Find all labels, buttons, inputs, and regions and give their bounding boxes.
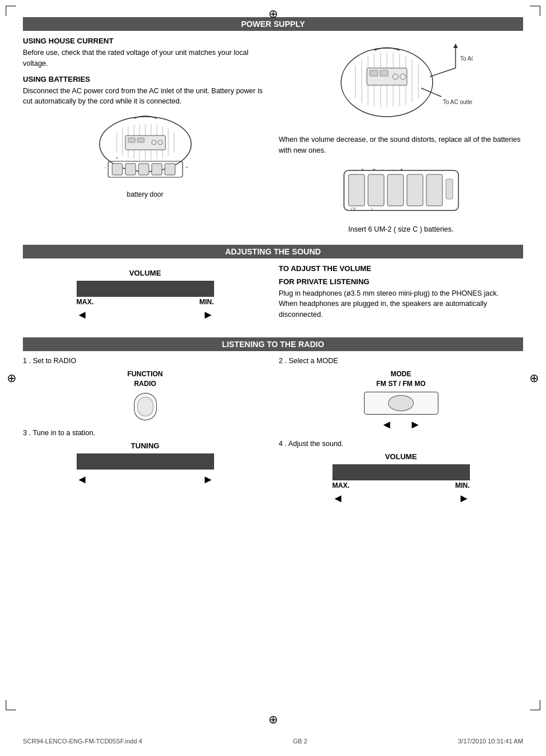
t-seg-14 [166,454,173,469]
function-button-inner [137,397,153,416]
svg-rect-6 [165,164,175,175]
svg-text:+: + [373,167,375,173]
mode-label-line2: FM ST / FM MO [377,380,426,388]
v2-seg-7 [374,465,381,480]
t-seg-6 [111,454,118,469]
svg-text:To AC socket: To AC socket [460,55,473,62]
crosshair-bottom: ⊕ [268,713,278,726]
v2-seg-17 [442,465,449,480]
insert-batteries-text: Insert 6 UM-2 ( size C ) batteries. [279,225,523,233]
mode-slider-box[interactable] [364,392,438,415]
vol2-arrow-right: ► [458,492,470,505]
mode-button-container: MODE FM ST / FM MO ◄ ► [279,369,523,432]
private-listening-title: FOR PRIVATE LISTENING [279,277,523,286]
vol-seg-17 [187,281,193,296]
vol-seg-3 [90,281,97,296]
v2-seg-12 [408,465,415,480]
t-seg-11 [145,454,152,469]
v2-seg-18 [449,465,456,480]
power-supply-title: POWER SUPPLY [241,19,305,29]
step-3-text: 3 . Tune in to a station. [23,429,267,437]
v2-seg-9 [387,465,394,480]
t-seg-2 [84,454,90,469]
v2-seg-3 [346,465,353,480]
power-supply-right: To AC socket To AC outlet When the volum… [279,37,523,233]
t-seg-5 [104,454,111,469]
vol-seg-13 [159,281,166,296]
t-seg-10 [139,454,145,469]
svg-text:+: + [361,167,364,173]
v2-seg-13 [415,465,422,480]
ac-device-container: To AC socket To AC outlet [279,37,523,130]
step-3-container: 3 . Tune in to a station. TUNING [23,429,267,486]
crosshair-right: ⊕ [529,371,539,385]
svg-rect-51 [368,174,384,206]
vol2-min-label: MIN. [455,482,469,490]
svg-line-30 [421,88,441,97]
tuning-label: TUNING [23,441,267,450]
vol2-max-label: MAX. [333,482,350,490]
adjusting-sound-section: ADJUSTING THE SOUND VOLUME [23,245,523,326]
radio-right-col: 2 . Select a MODE MODE FM ST / FM MO ◄ [279,357,523,510]
radio-left-col: 1 . Set to RADIO FUNCTION RADIO [23,357,267,510]
svg-rect-50 [349,174,365,206]
svg-text:+: + [116,156,118,161]
v2-seg-14 [422,465,429,480]
vol2-slider-container: VOLUME [279,452,523,505]
min-label: MIN. [199,298,213,306]
v2-seg-1 [333,465,340,480]
t-seg-18 [193,454,200,469]
svg-text:+: + [185,165,188,170]
adjust-volume-col: TO ADJUST THE VOLUME FOR PRIVATE LISTENI… [279,264,523,326]
listening-radio-header: LISTENING TO THE RADIO [23,337,523,351]
svg-rect-4 [139,164,149,175]
vol-seg-9 [132,281,139,296]
ac-device-wrapper: To AC socket To AC outlet [330,37,473,130]
power-supply-content: USING HOUSE CURRENT Before use, check th… [23,37,523,233]
vol2-arrow-left: ◄ [333,492,344,505]
adjusting-sound-content: VOLUME [23,264,523,326]
vol-seg-15 [173,281,180,296]
tuning-slider-container: TUNING [23,441,267,486]
mode-arrow-left: ◄ [381,418,393,431]
mode-label-line1: MODE [391,370,412,378]
svg-text:-: - [104,165,106,170]
t-seg-1 [77,454,84,469]
svg-text:−: − [353,167,356,173]
step-1-text: 1 . Set to RADIO [23,357,267,365]
vol2-label: VOLUME [279,452,523,461]
v2-seg-11 [401,465,408,480]
function-button-circle[interactable] [134,393,157,420]
v2-seg-19 [456,465,463,480]
svg-text:−: − [392,167,395,173]
vol-seg-2 [84,281,90,296]
v2-seg-8 [381,465,387,480]
function-button-label: FUNCTION RADIO [23,369,267,389]
step-4-text: 4 . Adjust the sound. [279,440,523,448]
vol-seg-5 [104,281,111,296]
t-seg-7 [118,454,125,469]
svg-rect-3 [125,164,136,175]
function-button-container: FUNCTION RADIO [23,369,267,421]
battery-door-label: battery door [126,190,163,198]
t-seg-17 [187,454,193,469]
battery-device-svg: + - + [94,113,197,187]
tuning-slider-bar[interactable] [77,453,214,469]
vol-seg-7 [118,281,125,296]
v2-seg-10 [394,465,401,480]
vol2-arrows: ◄ ► [333,492,470,505]
page: ⊕ ⊕ ⊕ ⊕ POWER SUPPLY USING HOUSE CURRENT… [0,0,546,756]
adjusting-sound-header: ADJUSTING THE SOUND [23,245,523,258]
radio-content: 1 . Set to RADIO FUNCTION RADIO [23,357,523,510]
arrow-left: ◄ [77,308,88,321]
volume-slider-bar[interactable] [77,281,214,297]
function-label-line1: FUNCTION [128,370,163,378]
max-min-labels: MAX. MIN. [77,298,214,306]
volume-slider-col: VOLUME [23,264,267,326]
function-label-line2: RADIO [134,380,156,388]
svg-rect-54 [426,174,442,206]
mode-button-label: MODE FM ST / FM MO [279,369,523,389]
vol2-slider-bar[interactable] [333,464,470,480]
batteries-text: Disconnect the AC power cord from the AC… [23,86,267,108]
ac-device-svg: To AC socket To AC outlet [330,37,473,128]
